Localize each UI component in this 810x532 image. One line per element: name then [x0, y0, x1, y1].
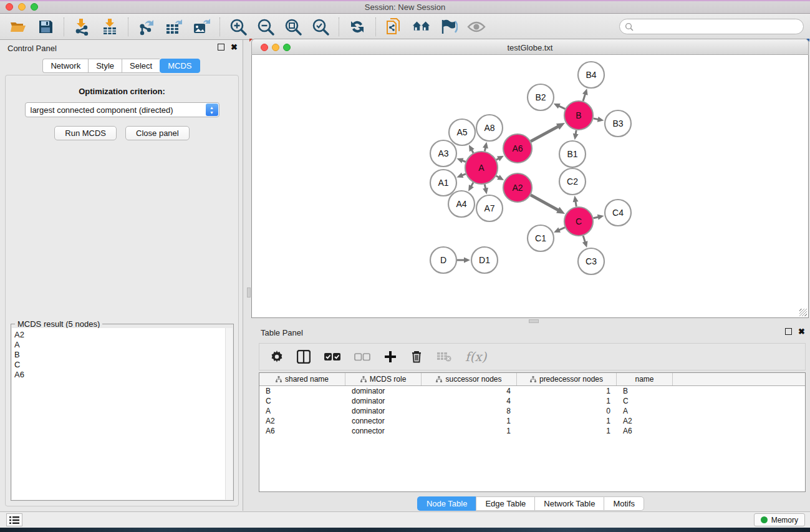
graph-node-C1[interactable]: C1: [528, 225, 554, 251]
table-cell[interactable]: 1: [517, 426, 617, 436]
mcds-result-item[interactable]: B: [14, 350, 233, 360]
table-row[interactable]: A6connector11A6: [259, 426, 805, 436]
zoom-fit-icon[interactable]: [284, 17, 302, 36]
import-network-icon[interactable]: [73, 17, 92, 36]
export-network-icon[interactable]: [137, 17, 156, 36]
graph-node-A4[interactable]: A4: [448, 191, 475, 217]
graph-node-C[interactable]: C: [564, 207, 593, 236]
column-header-MCDS-role[interactable]: MCDS role: [345, 373, 422, 385]
tab-select[interactable]: Select: [122, 59, 160, 73]
refresh-layout-icon[interactable]: [348, 17, 367, 36]
graph-node-B2[interactable]: B2: [528, 84, 554, 110]
open-session-icon[interactable]: [9, 17, 27, 36]
table-settings-icon[interactable]: [271, 351, 283, 363]
mcds-result-list[interactable]: A2ABCA6: [12, 328, 233, 500]
table-row[interactable]: Bdominator41B: [259, 386, 805, 396]
show-all-networks-icon[interactable]: [412, 17, 431, 36]
graph-node-A[interactable]: A: [465, 152, 498, 184]
tab-edge-table[interactable]: Edge Table: [476, 496, 534, 511]
mcds-result-item[interactable]: C: [14, 360, 233, 370]
zoom-selected-icon[interactable]: [311, 17, 330, 36]
table-cell[interactable]: 1: [422, 426, 517, 436]
close-panel-icon[interactable]: ✖: [231, 44, 238, 51]
graph-edge[interactable]: [531, 126, 559, 141]
function-builder-icon[interactable]: f(x): [465, 349, 486, 364]
table-cell[interactable]: 4: [422, 386, 517, 396]
graph-node-A2[interactable]: A2: [503, 173, 532, 202]
column-header-predecessor-nodes[interactable]: predecessor nodes: [517, 373, 617, 385]
save-session-icon[interactable]: [36, 17, 55, 36]
table-cell[interactable]: 0: [517, 406, 617, 416]
column-header-shared-name[interactable]: shared name: [259, 373, 345, 385]
add-column-icon[interactable]: [384, 351, 397, 363]
bottom-splitter-handle[interactable]: [529, 319, 539, 323]
mcds-result-item[interactable]: A: [14, 340, 233, 350]
memory-button[interactable]: Memory: [754, 513, 805, 526]
mcds-result-item[interactable]: A2: [14, 330, 233, 340]
table-row[interactable]: Adominator80A: [259, 406, 805, 416]
graph-node-C3[interactable]: C3: [578, 248, 604, 274]
table-cell[interactable]: connector: [345, 426, 422, 436]
table-cell[interactable]: B: [617, 386, 673, 396]
search-input[interactable]: [634, 22, 803, 31]
table-cell[interactable]: dominator: [345, 396, 422, 406]
graph-node-C2[interactable]: C2: [559, 168, 586, 195]
graph-node-A8[interactable]: A8: [476, 115, 503, 141]
graph-node-B1[interactable]: B1: [559, 141, 586, 167]
table-cell[interactable]: dominator: [345, 406, 422, 416]
table-cell[interactable]: A: [259, 406, 345, 416]
mcds-result-item[interactable]: A6: [14, 370, 233, 380]
tab-node-table[interactable]: Node Table: [417, 496, 476, 511]
tab-mcds[interactable]: MCDS: [160, 59, 200, 73]
table-cell[interactable]: C: [617, 396, 673, 406]
column-layout-icon[interactable]: [297, 350, 311, 364]
search-field[interactable]: [619, 19, 804, 34]
zoom-in-icon[interactable]: [229, 17, 248, 36]
table-cell[interactable]: A6: [617, 426, 673, 436]
graph-node-B4[interactable]: B4: [578, 62, 604, 88]
delete-table-icon[interactable]: [436, 351, 451, 362]
float-table-panel-icon[interactable]: [785, 328, 792, 335]
table-cell[interactable]: 8: [422, 406, 517, 416]
hide-flagged-icon[interactable]: [440, 17, 458, 36]
table-cell[interactable]: C: [259, 396, 345, 406]
table-cell[interactable]: connector: [345, 416, 422, 426]
task-history-button[interactable]: [6, 513, 22, 526]
tab-network-table[interactable]: Network Table: [534, 496, 604, 511]
table-cell[interactable]: 1: [517, 396, 617, 406]
graph-node-C4[interactable]: C4: [605, 200, 631, 226]
table-row[interactable]: A2connector11A2: [259, 416, 805, 426]
show-hidden-eye-icon[interactable]: [467, 17, 486, 36]
graph-node-A1[interactable]: A1: [430, 170, 456, 196]
network-window-titlebar[interactable]: testGlobe.txt: [251, 39, 809, 55]
criterion-dropdown[interactable]: largest connected component (directed) ▲…: [25, 102, 219, 117]
table-cell[interactable]: A6: [259, 426, 345, 436]
table-cell[interactable]: 4: [422, 396, 517, 406]
column-header-successor-nodes[interactable]: successor nodes: [422, 373, 517, 385]
export-image-icon[interactable]: [192, 17, 211, 36]
table-cell[interactable]: A2: [617, 416, 673, 426]
float-panel-icon[interactable]: [218, 44, 224, 51]
zoom-out-icon[interactable]: [256, 17, 275, 36]
select-all-checkboxes-icon[interactable]: [324, 352, 340, 361]
duplicate-network-icon[interactable]: [385, 17, 403, 36]
run-mcds-button[interactable]: Run MCDS: [54, 126, 117, 140]
graph-node-D1[interactable]: D1: [471, 247, 498, 273]
graph-node-B[interactable]: B: [564, 101, 593, 130]
deselect-all-checkboxes-icon[interactable]: [354, 352, 370, 361]
graph-node-A5[interactable]: A5: [449, 119, 475, 145]
left-splitter-handle[interactable]: [247, 288, 251, 297]
table-row[interactable]: Cdominator41C: [259, 396, 805, 406]
table-cell[interactable]: A: [617, 406, 673, 416]
table-cell[interactable]: 1: [422, 416, 517, 426]
table-cell[interactable]: 1: [517, 386, 617, 396]
table-cell[interactable]: 1: [517, 416, 617, 426]
import-table-icon[interactable]: [100, 17, 119, 36]
graph-edge[interactable]: [531, 195, 559, 211]
network-canvas[interactable]: B4B2BB3B1A5A8A3A6AA1A2A4A7C2CC4C1C3DD1: [251, 55, 809, 318]
graph-node-A3[interactable]: A3: [430, 140, 456, 167]
table-cell[interactable]: B: [259, 386, 345, 396]
graph-node-A6[interactable]: A6: [503, 134, 532, 163]
table-cell[interactable]: dominator: [345, 386, 422, 396]
close-table-panel-icon[interactable]: ✖: [798, 328, 805, 335]
